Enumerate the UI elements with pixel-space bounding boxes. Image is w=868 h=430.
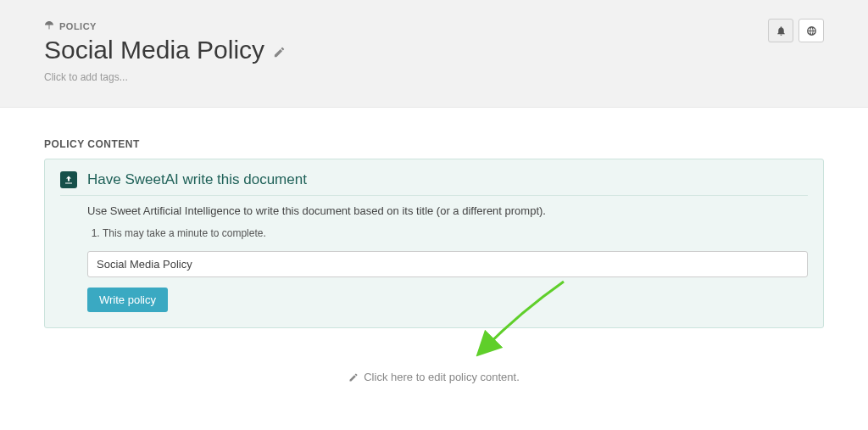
notifications-button[interactable] — [768, 19, 793, 42]
edit-title-icon[interactable] — [273, 36, 286, 64]
tags-input[interactable]: Click to add tags... — [44, 71, 824, 83]
ai-note-item: This may take a minute to complete. — [103, 227, 808, 239]
write-policy-button[interactable]: Write policy — [87, 288, 168, 312]
bell-icon — [776, 25, 787, 36]
visibility-button[interactable] — [798, 19, 824, 42]
page-header: POLICY Social Media Policy Click to add … — [0, 0, 868, 108]
umbrella-icon — [44, 20, 54, 32]
breadcrumb[interactable]: POLICY — [44, 20, 824, 32]
ai-panel-body: Use Sweet Artificial Intelligence to wri… — [60, 204, 808, 312]
header-actions — [768, 19, 824, 42]
ai-prompt-input[interactable] — [87, 251, 808, 277]
edit-content-label: Click here to edit policy content. — [364, 371, 520, 383]
pencil-icon — [348, 372, 359, 383]
ai-panel-header: Have SweetAI write this document — [60, 171, 808, 196]
ai-panel-description: Use Sweet Artificial Intelligence to wri… — [87, 204, 808, 217]
content-area: POLICY CONTENT Have SweetAI write this d… — [0, 108, 868, 417]
ai-notes-list: This may take a minute to complete. — [103, 227, 808, 239]
ai-write-panel: Have SweetAI write this document Use Swe… — [44, 159, 824, 328]
globe-icon — [806, 25, 817, 36]
section-heading: POLICY CONTENT — [44, 138, 824, 150]
ai-panel-title: Have SweetAI write this document — [87, 171, 307, 188]
page-title: Social Media Policy — [44, 36, 824, 64]
ai-upload-icon — [60, 171, 77, 188]
breadcrumb-label: POLICY — [59, 21, 97, 31]
page-title-text: Social Media Policy — [44, 36, 264, 64]
edit-content-link[interactable]: Click here to edit policy content. — [44, 371, 824, 383]
